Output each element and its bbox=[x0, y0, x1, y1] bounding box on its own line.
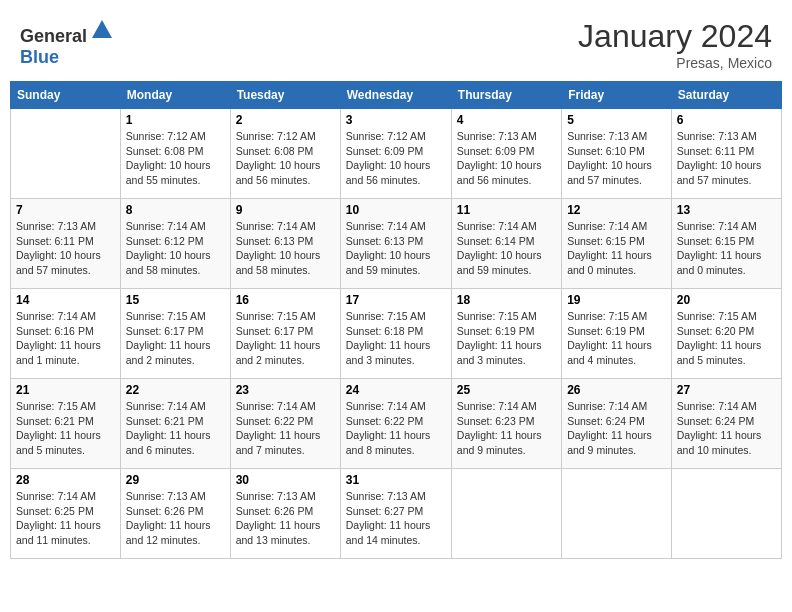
calendar-table: SundayMondayTuesdayWednesdayThursdayFrid… bbox=[10, 81, 782, 559]
calendar-week-2: 7Sunrise: 7:13 AMSunset: 6:11 PMDaylight… bbox=[11, 199, 782, 289]
logo-blue: Blue bbox=[20, 47, 59, 67]
cell-info: Sunrise: 7:15 AMSunset: 6:17 PMDaylight:… bbox=[236, 309, 335, 368]
calendar-cell: 27Sunrise: 7:14 AMSunset: 6:24 PMDayligh… bbox=[671, 379, 781, 469]
day-number: 13 bbox=[677, 203, 776, 217]
calendar-week-3: 14Sunrise: 7:14 AMSunset: 6:16 PMDayligh… bbox=[11, 289, 782, 379]
calendar-cell: 1Sunrise: 7:12 AMSunset: 6:08 PMDaylight… bbox=[120, 109, 230, 199]
weekday-header-thursday: Thursday bbox=[451, 82, 561, 109]
weekday-header-saturday: Saturday bbox=[671, 82, 781, 109]
month-year-title: January 2024 bbox=[578, 18, 772, 55]
calendar-cell: 4Sunrise: 7:13 AMSunset: 6:09 PMDaylight… bbox=[451, 109, 561, 199]
calendar-cell bbox=[451, 469, 561, 559]
cell-info: Sunrise: 7:15 AMSunset: 6:17 PMDaylight:… bbox=[126, 309, 225, 368]
cell-info: Sunrise: 7:14 AMSunset: 6:22 PMDaylight:… bbox=[346, 399, 446, 458]
cell-info: Sunrise: 7:15 AMSunset: 6:19 PMDaylight:… bbox=[457, 309, 556, 368]
cell-info: Sunrise: 7:13 AMSunset: 6:09 PMDaylight:… bbox=[457, 129, 556, 188]
cell-info: Sunrise: 7:14 AMSunset: 6:24 PMDaylight:… bbox=[567, 399, 666, 458]
calendar-cell: 2Sunrise: 7:12 AMSunset: 6:08 PMDaylight… bbox=[230, 109, 340, 199]
cell-info: Sunrise: 7:13 AMSunset: 6:11 PMDaylight:… bbox=[16, 219, 115, 278]
calendar-cell: 16Sunrise: 7:15 AMSunset: 6:17 PMDayligh… bbox=[230, 289, 340, 379]
calendar-week-1: 1Sunrise: 7:12 AMSunset: 6:08 PMDaylight… bbox=[11, 109, 782, 199]
logo: General Blue bbox=[20, 18, 114, 68]
header: General Blue January 2024 Presas, Mexico bbox=[10, 10, 782, 75]
day-number: 22 bbox=[126, 383, 225, 397]
day-number: 9 bbox=[236, 203, 335, 217]
day-number: 12 bbox=[567, 203, 666, 217]
day-number: 11 bbox=[457, 203, 556, 217]
day-number: 7 bbox=[16, 203, 115, 217]
day-number: 4 bbox=[457, 113, 556, 127]
title-area: January 2024 Presas, Mexico bbox=[578, 18, 772, 71]
calendar-cell: 22Sunrise: 7:14 AMSunset: 6:21 PMDayligh… bbox=[120, 379, 230, 469]
calendar-cell: 12Sunrise: 7:14 AMSunset: 6:15 PMDayligh… bbox=[562, 199, 672, 289]
calendar-cell bbox=[562, 469, 672, 559]
calendar-cell: 6Sunrise: 7:13 AMSunset: 6:11 PMDaylight… bbox=[671, 109, 781, 199]
calendar-cell: 11Sunrise: 7:14 AMSunset: 6:14 PMDayligh… bbox=[451, 199, 561, 289]
day-number: 27 bbox=[677, 383, 776, 397]
weekday-header-wednesday: Wednesday bbox=[340, 82, 451, 109]
calendar-cell bbox=[11, 109, 121, 199]
cell-info: Sunrise: 7:12 AMSunset: 6:09 PMDaylight:… bbox=[346, 129, 446, 188]
calendar-cell: 21Sunrise: 7:15 AMSunset: 6:21 PMDayligh… bbox=[11, 379, 121, 469]
cell-info: Sunrise: 7:12 AMSunset: 6:08 PMDaylight:… bbox=[236, 129, 335, 188]
cell-info: Sunrise: 7:14 AMSunset: 6:12 PMDaylight:… bbox=[126, 219, 225, 278]
calendar-cell: 17Sunrise: 7:15 AMSunset: 6:18 PMDayligh… bbox=[340, 289, 451, 379]
day-number: 20 bbox=[677, 293, 776, 307]
cell-info: Sunrise: 7:13 AMSunset: 6:26 PMDaylight:… bbox=[236, 489, 335, 548]
day-number: 24 bbox=[346, 383, 446, 397]
calendar-cell: 23Sunrise: 7:14 AMSunset: 6:22 PMDayligh… bbox=[230, 379, 340, 469]
cell-info: Sunrise: 7:14 AMSunset: 6:22 PMDaylight:… bbox=[236, 399, 335, 458]
calendar-cell: 13Sunrise: 7:14 AMSunset: 6:15 PMDayligh… bbox=[671, 199, 781, 289]
cell-info: Sunrise: 7:14 AMSunset: 6:15 PMDaylight:… bbox=[677, 219, 776, 278]
cell-info: Sunrise: 7:14 AMSunset: 6:21 PMDaylight:… bbox=[126, 399, 225, 458]
calendar-body: 1Sunrise: 7:12 AMSunset: 6:08 PMDaylight… bbox=[11, 109, 782, 559]
calendar-cell: 18Sunrise: 7:15 AMSunset: 6:19 PMDayligh… bbox=[451, 289, 561, 379]
weekday-header-monday: Monday bbox=[120, 82, 230, 109]
weekday-header-friday: Friday bbox=[562, 82, 672, 109]
cell-info: Sunrise: 7:13 AMSunset: 6:10 PMDaylight:… bbox=[567, 129, 666, 188]
svg-marker-0 bbox=[92, 20, 112, 38]
calendar-cell: 19Sunrise: 7:15 AMSunset: 6:19 PMDayligh… bbox=[562, 289, 672, 379]
cell-info: Sunrise: 7:14 AMSunset: 6:23 PMDaylight:… bbox=[457, 399, 556, 458]
logo-text: General Blue bbox=[20, 18, 114, 68]
calendar-cell: 24Sunrise: 7:14 AMSunset: 6:22 PMDayligh… bbox=[340, 379, 451, 469]
calendar-cell: 29Sunrise: 7:13 AMSunset: 6:26 PMDayligh… bbox=[120, 469, 230, 559]
cell-info: Sunrise: 7:12 AMSunset: 6:08 PMDaylight:… bbox=[126, 129, 225, 188]
location-subtitle: Presas, Mexico bbox=[578, 55, 772, 71]
day-number: 6 bbox=[677, 113, 776, 127]
day-number: 10 bbox=[346, 203, 446, 217]
cell-info: Sunrise: 7:15 AMSunset: 6:21 PMDaylight:… bbox=[16, 399, 115, 458]
day-number: 3 bbox=[346, 113, 446, 127]
day-number: 30 bbox=[236, 473, 335, 487]
calendar-cell: 20Sunrise: 7:15 AMSunset: 6:20 PMDayligh… bbox=[671, 289, 781, 379]
day-number: 19 bbox=[567, 293, 666, 307]
cell-info: Sunrise: 7:13 AMSunset: 6:11 PMDaylight:… bbox=[677, 129, 776, 188]
calendar-cell: 15Sunrise: 7:15 AMSunset: 6:17 PMDayligh… bbox=[120, 289, 230, 379]
day-number: 23 bbox=[236, 383, 335, 397]
day-number: 1 bbox=[126, 113, 225, 127]
calendar-cell: 14Sunrise: 7:14 AMSunset: 6:16 PMDayligh… bbox=[11, 289, 121, 379]
calendar-cell: 9Sunrise: 7:14 AMSunset: 6:13 PMDaylight… bbox=[230, 199, 340, 289]
calendar-cell: 7Sunrise: 7:13 AMSunset: 6:11 PMDaylight… bbox=[11, 199, 121, 289]
logo-icon bbox=[90, 18, 114, 42]
cell-info: Sunrise: 7:14 AMSunset: 6:24 PMDaylight:… bbox=[677, 399, 776, 458]
day-number: 16 bbox=[236, 293, 335, 307]
calendar-header: SundayMondayTuesdayWednesdayThursdayFrid… bbox=[11, 82, 782, 109]
calendar-cell: 8Sunrise: 7:14 AMSunset: 6:12 PMDaylight… bbox=[120, 199, 230, 289]
calendar-cell: 3Sunrise: 7:12 AMSunset: 6:09 PMDaylight… bbox=[340, 109, 451, 199]
calendar-cell: 30Sunrise: 7:13 AMSunset: 6:26 PMDayligh… bbox=[230, 469, 340, 559]
cell-info: Sunrise: 7:14 AMSunset: 6:13 PMDaylight:… bbox=[346, 219, 446, 278]
calendar-cell bbox=[671, 469, 781, 559]
day-number: 26 bbox=[567, 383, 666, 397]
weekday-row: SundayMondayTuesdayWednesdayThursdayFrid… bbox=[11, 82, 782, 109]
day-number: 18 bbox=[457, 293, 556, 307]
calendar-cell: 10Sunrise: 7:14 AMSunset: 6:13 PMDayligh… bbox=[340, 199, 451, 289]
day-number: 25 bbox=[457, 383, 556, 397]
cell-info: Sunrise: 7:15 AMSunset: 6:20 PMDaylight:… bbox=[677, 309, 776, 368]
day-number: 14 bbox=[16, 293, 115, 307]
day-number: 2 bbox=[236, 113, 335, 127]
day-number: 28 bbox=[16, 473, 115, 487]
day-number: 31 bbox=[346, 473, 446, 487]
cell-info: Sunrise: 7:14 AMSunset: 6:15 PMDaylight:… bbox=[567, 219, 666, 278]
weekday-header-sunday: Sunday bbox=[11, 82, 121, 109]
